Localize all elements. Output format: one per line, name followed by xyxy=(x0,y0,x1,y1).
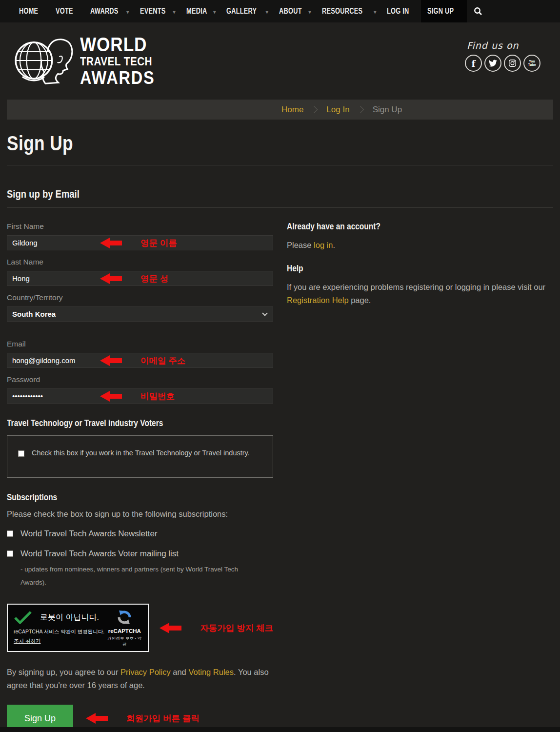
newsletter-option: World Travel Tech Awards Newsletter xyxy=(7,529,273,539)
search-icon xyxy=(474,7,482,16)
breadcrumb: Home Log In Sign Up xyxy=(7,100,553,120)
last-name-label: Last Name xyxy=(7,258,273,266)
green-check-icon xyxy=(14,610,32,624)
nav-vote[interactable]: VOTE xyxy=(49,0,84,22)
section-title: Sign up by Email xyxy=(7,188,466,201)
page-title: Sign Up xyxy=(7,131,455,155)
help-title: Help xyxy=(287,264,516,274)
signup-page: HOME VOTE AWARDS EVENTS MEDIA GALLERY AB… xyxy=(0,0,560,732)
country-label: Country/Territory xyxy=(7,293,273,302)
country-select[interactable]: South Korea xyxy=(7,306,273,322)
voter-mailing-checkbox[interactable] xyxy=(7,550,13,557)
already-account-title: Already have an account? xyxy=(287,222,516,232)
voter-mailing-note: - updates from nominees, winners and par… xyxy=(20,563,264,589)
recaptcha-privacy-links[interactable]: 개인정보 보호 - 약관 xyxy=(107,636,142,648)
signup-form: First Name 영문 이름 Last Name 영문 성 Country/… xyxy=(7,215,273,732)
recaptcha-notice: reCAPTCHA 서비스 약관이 변경됩니다. xyxy=(14,629,107,635)
facebook-icon[interactable]: f xyxy=(465,55,482,72)
newsletter-checkbox[interactable] xyxy=(7,530,13,537)
email-input[interactable] xyxy=(7,353,273,368)
voting-rules-link[interactable]: Voting Rules xyxy=(188,668,234,676)
breadcrumb-current: Sign Up xyxy=(373,105,402,115)
nav-login[interactable]: LOG IN xyxy=(380,0,421,22)
top-navigation: HOME VOTE AWARDS EVENTS MEDIA GALLERY AB… xyxy=(0,0,560,22)
logo-line3: AWARDS xyxy=(80,69,155,87)
find-us-on-label: Find us on xyxy=(465,40,540,51)
instagram-icon[interactable] xyxy=(504,55,521,72)
red-arrow-left-icon xyxy=(86,713,108,724)
nav-signup[interactable]: SIGN UP xyxy=(421,0,467,22)
logo-line2: TRAVEL TECH xyxy=(80,56,157,67)
privacy-policy-link[interactable]: Privacy Policy xyxy=(120,668,171,676)
chevron-down-icon xyxy=(262,310,267,316)
voters-checkbox-label: Check this box if you work in the Travel… xyxy=(32,449,250,457)
help-text: If you are experiencing problems registe… xyxy=(287,281,553,307)
voter-mailing-option: World Travel Tech Awards Voter mailing l… xyxy=(7,549,273,559)
site-header: WORLD TRAVEL TECH AWARDS Find us on f xyxy=(0,22,560,100)
divider xyxy=(7,207,553,208)
caret-down-icon xyxy=(308,7,311,16)
caret-down-icon xyxy=(374,7,377,16)
subscriptions-title: Subscriptions xyxy=(7,492,236,503)
caret-down-icon xyxy=(213,7,216,16)
nav-resources[interactable]: RESOURCES xyxy=(316,0,381,22)
voters-checkbox[interactable] xyxy=(18,450,24,457)
divider xyxy=(7,165,553,165)
footer-edge xyxy=(0,727,560,732)
password-input[interactable] xyxy=(7,388,273,404)
nav-awards[interactable]: AWARDS xyxy=(84,0,134,22)
recaptcha-brand: reCAPTCHA xyxy=(107,628,142,634)
voters-section-title: Travel Technology or Travel industry Vot… xyxy=(7,418,236,428)
newsletter-label: World Travel Tech Awards Newsletter xyxy=(20,529,158,539)
help-aside: Already have an account? Please log in. … xyxy=(287,215,553,732)
voter-mailing-label: World Travel Tech Awards Voter mailing l… xyxy=(20,549,179,559)
last-name-input[interactable] xyxy=(7,271,273,286)
recaptcha-status-text: 로봇이 아닙니다. xyxy=(40,612,99,623)
red-arrow-left-icon xyxy=(160,623,181,633)
logo-line1: WORLD xyxy=(80,35,155,54)
nav-about[interactable]: ABOUT xyxy=(273,0,316,22)
caret-down-icon xyxy=(173,7,176,16)
breadcrumb-separator-icon xyxy=(356,106,364,114)
caret-down-icon xyxy=(265,7,268,16)
nav-home[interactable]: HOME xyxy=(13,0,49,22)
subscriptions-intro: Please check the box to sign up to the f… xyxy=(7,509,273,519)
login-link[interactable]: log in xyxy=(314,241,333,249)
breadcrumb-home[interactable]: Home xyxy=(281,105,303,115)
registration-help-link[interactable]: Registration Help xyxy=(287,296,349,305)
password-label: Password xyxy=(7,375,273,384)
signup-button-annotation: 회원가입 버튼 클릭 xyxy=(86,712,200,724)
login-hint-text: Please log in. xyxy=(287,239,553,252)
nav-media[interactable]: MEDIA xyxy=(180,0,220,22)
breadcrumb-separator-icon xyxy=(310,106,318,114)
youtube-icon[interactable]: You Tube xyxy=(523,55,540,72)
first-name-label: First Name xyxy=(7,222,273,231)
recaptcha-widget[interactable]: 로봇이 아닙니다. reCAPTCHA 서비스 약관이 변경됩니다. 조치 취하… xyxy=(7,604,149,652)
email-label: Email xyxy=(7,340,273,348)
site-logo[interactable]: WORLD TRAVEL TECH AWARDS xyxy=(13,34,165,87)
recaptcha-annotation: 자동가입 방지 체크 xyxy=(160,622,273,634)
recaptcha-logo-icon xyxy=(117,610,132,625)
globe-head-logo-icon xyxy=(13,34,75,87)
twitter-icon[interactable] xyxy=(484,55,501,72)
nav-gallery[interactable]: GALLERY xyxy=(220,0,272,22)
caret-down-icon xyxy=(126,7,129,16)
first-name-input[interactable] xyxy=(7,235,273,250)
nav-events[interactable]: EVENTS xyxy=(134,0,180,22)
search-button[interactable] xyxy=(467,0,489,22)
voters-box: Check this box if you work in the Travel… xyxy=(7,435,273,478)
breadcrumb-login[interactable]: Log In xyxy=(326,105,349,115)
terms-text: By signing up, you agree to our Privacy … xyxy=(7,666,270,692)
recaptcha-action-link[interactable]: 조치 취하기 xyxy=(14,638,107,645)
social-links: Find us on f You xyxy=(465,40,540,72)
